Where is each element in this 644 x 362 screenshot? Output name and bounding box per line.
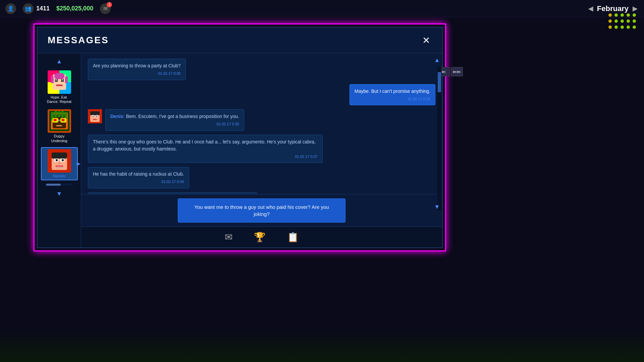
mail-item[interactable]: ✉ 1 [100,3,111,14]
message-3: Denis: Bem. Escutem, I've got a business… [105,109,244,131]
message-3-wrapper: Denis: Bem. Escutem, I've got a business… [88,109,435,131]
active-indicator: ▶ [77,161,80,166]
mail-tab-icon[interactable]: ✉ [221,230,236,244]
svg-rect-40 [58,163,60,164]
svg-rect-26 [58,120,60,121]
player-profile[interactable]: 👤 [5,3,16,14]
message-2: Maybe. But I can't promise anything. 01.… [350,84,435,106]
dot-1 [608,13,612,17]
dot-4 [627,13,630,17]
svg-rect-6 [54,73,64,79]
contacts-scroll-up[interactable]: ▲ [55,57,64,66]
chat-scroll-down-arrow[interactable]: ▼ [434,203,440,210]
month-label: February [597,4,629,13]
mail-badge: 1 [107,2,112,7]
dot-2 [614,13,618,17]
dot-8 [621,19,624,23]
svg-rect-22 [61,111,64,118]
svg-rect-49 [90,111,100,115]
friends-count: 1411 [36,5,50,12]
response-area: You want me to throw a guy out who paid … [81,194,442,227]
dot-9 [627,19,630,23]
contact-wrapper-hype: Hype. Eat.Dance. Repeat [41,69,78,105]
bottom-icons: ✉ 🏆 📋 [81,227,442,247]
message-2-text: Maybe. But I can't promise anything. [355,88,430,95]
friends-item[interactable]: 👥 1411 [23,3,50,14]
message-4-text: There's this one guy who goes to Club. H… [93,138,318,153]
panel-title: MESSAGES [48,35,109,46]
svg-rect-8 [65,76,68,83]
contact-avatar-hype [48,70,71,94]
money-item[interactable]: $250,025,000 [56,5,93,12]
svg-rect-54 [93,119,97,120]
message-3-sender: Denis: [110,114,126,119]
svg-rect-27 [54,119,56,121]
chat-scroll-up-arrow[interactable]: ▲ [434,57,440,64]
panel-header: MESSAGES ✕ [38,27,442,53]
svg-rect-52 [93,116,94,117]
bg-decoration [0,328,644,362]
dot-12 [614,25,618,29]
topbar: 👤 👥 1411 $250,025,000 ✉ 1 [0,0,644,17]
chat-area: ▲ ▼ Are you planning to throw a party at… [81,53,442,247]
svg-rect-45 [60,167,61,168]
dot-grid [608,13,637,30]
contact-item-hype[interactable]: Hype. Eat.Dance. Repeat [41,69,78,105]
svg-rect-20 [54,111,57,118]
contact-wrapper-denhito: Denhito ▶ [41,147,78,180]
svg-rect-7 [51,76,54,83]
dot-3 [621,13,624,17]
message-1-text: Are you planning to throw a party at Clu… [93,62,181,69]
close-button[interactable]: ✕ [420,34,432,46]
response-button[interactable]: You want me to throw a guy out who paid … [178,198,345,223]
message-6: If you throw a party there, tell your bo… [88,192,257,194]
scrollbar-thumb[interactable] [438,72,441,92]
messages-panel: MESSAGES ✕ ▲ [37,27,443,248]
panel-body: ▲ [38,53,442,247]
svg-rect-43 [56,167,57,168]
player-icon: 👤 [5,3,16,14]
message-1: Are you planning to throw a party at Clu… [88,59,186,80]
message-3-avatar [88,109,102,123]
svg-rect-33 [52,153,67,159]
svg-rect-46 [62,167,63,168]
svg-rect-37 [62,159,64,161]
contact-progress-bar-container [46,184,73,186]
trophy-tab-icon[interactable]: 🏆 [250,230,270,244]
message-4: There's this one guy who goes to Club. H… [88,135,323,163]
contact-name-duppy: DuppyUnderdog [51,134,67,143]
message-3-timestamp: 01.02.17 0:35 [110,121,239,127]
media-btn-2[interactable]: ⏭⏭ [451,67,463,76]
contacts-scroll-down[interactable]: ▼ [55,189,64,199]
svg-rect-12 [62,79,63,80]
dot-14 [627,25,630,29]
svg-rect-29 [56,125,62,126]
svg-rect-36 [56,159,58,161]
svg-rect-11 [56,79,57,80]
svg-rect-39 [60,157,65,158]
month-next-arrow[interactable]: ▶ [633,5,637,12]
message-1-timestamp: 01.02.17 0:30 [93,71,181,76]
dot-5 [633,13,636,17]
media-controls: ⏭ ⏭⏭ [438,67,463,76]
contact-wrapper-duppy: DuppyUnderdog [41,108,78,144]
money-value: $250,025,000 [56,5,93,12]
dot-13 [621,25,624,29]
notes-tab-icon[interactable]: 📋 [283,230,303,244]
svg-rect-13 [56,84,63,86]
contact-item-duppy[interactable]: DuppyUnderdog [41,108,78,144]
message-2-timestamp: 01.02.17 0:32 [355,96,430,102]
contact-avatar-denhito [48,149,71,173]
contact-item-denhito[interactable]: Denhito [41,147,78,180]
month-prev-arrow[interactable]: ◀ [588,5,593,12]
chat-messages: Are you planning to throw a party at Clu… [81,53,442,194]
svg-rect-38 [54,157,59,158]
dot-10 [633,19,636,23]
contacts-sidebar: ▲ [38,53,81,247]
contact-avatar-duppy [48,109,71,133]
friends-icon: 👥 [23,3,34,14]
contact-name-hype: Hype. Eat.Dance. Repeat [47,95,71,104]
svg-rect-21 [58,111,60,117]
contact-name-denhito: Denhito [53,174,66,178]
dot-7 [614,19,618,23]
